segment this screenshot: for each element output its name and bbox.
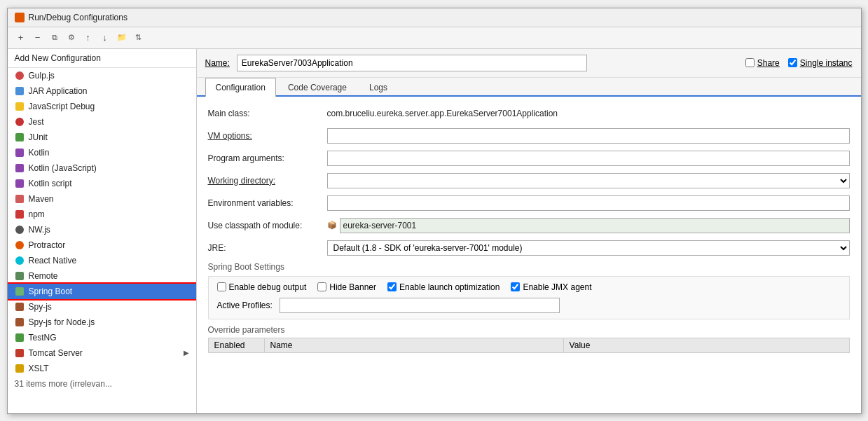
single-instance-checkbox[interactable] — [788, 58, 797, 67]
env-vars-row: Environment variables: — [208, 195, 850, 212]
tabs-bar: Configuration Code Coverage Logs — [197, 78, 861, 97]
jest-icon — [15, 117, 25, 127]
tomcat-icon — [15, 348, 25, 358]
tab-logs[interactable]: Logs — [359, 78, 398, 97]
sidebar-item-spy-js[interactable]: Spy-js — [8, 299, 196, 315]
share-checkbox-label[interactable]: Share — [745, 58, 780, 68]
sidebar-item-testng[interactable]: TestNG — [8, 330, 196, 345]
working-dir-select[interactable] — [327, 173, 850, 188]
env-vars-input[interactable] — [327, 195, 850, 211]
more-items[interactable]: 31 items more (irrelevan... — [8, 376, 196, 392]
launch-opt-checkbox[interactable] — [387, 282, 397, 291]
sort-button[interactable]: ⇅ — [131, 30, 146, 46]
override-params-table: Enabled Name Value — [208, 338, 850, 353]
classpath-module-icon: 📦 — [327, 221, 337, 230]
active-profiles-input[interactable] — [280, 298, 560, 313]
debug-output-checkbox[interactable] — [217, 282, 226, 291]
single-instance-checkbox-label[interactable]: Single instanc — [788, 58, 853, 68]
jre-select[interactable]: Default (1.8 - SDK of 'eureka-server-700… — [327, 240, 850, 256]
share-section: Share Single instanc — [745, 58, 853, 68]
col-value: Value — [563, 338, 849, 352]
config-content: Main class: com.bruceliu.eureka.server.a… — [197, 97, 861, 413]
sidebar-item-kotlin-js[interactable]: Kotlin (JavaScript) — [8, 160, 196, 176]
col-name: Name — [264, 338, 563, 352]
sidebar: Add New Configuration Gulp.js JAR Applic… — [8, 49, 197, 413]
add-button[interactable]: + — [13, 30, 29, 46]
tab-code-coverage[interactable]: Code Coverage — [277, 78, 357, 97]
sidebar-item-remote[interactable]: Remote — [8, 268, 196, 284]
remove-button[interactable]: − — [30, 30, 46, 46]
share-checkbox[interactable] — [745, 58, 755, 67]
program-args-input[interactable] — [327, 151, 850, 166]
sidebar-item-react-native[interactable]: React Native — [8, 253, 196, 268]
vm-options-label: VM options: — [208, 131, 327, 141]
env-vars-label: Environment variables: — [208, 198, 327, 208]
override-params-title: Override parameters — [208, 325, 850, 335]
launch-opt-label[interactable]: Enable launch optimization — [387, 282, 500, 292]
kotlin-js-icon — [15, 163, 25, 173]
name-input[interactable] — [237, 55, 587, 71]
tab-configuration[interactable]: Configuration — [205, 78, 276, 97]
nwjs-icon — [15, 225, 25, 235]
sidebar-item-protractor[interactable]: Protractor — [8, 237, 196, 253]
spring-settings-row: Enable debug output Hide Banner Enable l… — [217, 282, 841, 292]
move-up-button[interactable]: ↑ — [81, 30, 96, 46]
sidebar-item-nwjs[interactable]: NW.js — [8, 222, 196, 237]
testng-icon — [15, 333, 25, 343]
spring-boot-settings-box: Enable debug output Hide Banner Enable l… — [208, 276, 850, 319]
sidebar-item-kotlin-script[interactable]: Kotlin script — [8, 176, 196, 191]
hide-banner-label[interactable]: Hide Banner — [317, 282, 376, 292]
junit-icon — [15, 132, 25, 142]
spy-js-node-icon — [15, 317, 25, 327]
sidebar-item-spy-js-node[interactable]: Spy-js for Node.js — [8, 315, 196, 330]
name-bar: Name: Share Single instanc — [197, 49, 861, 78]
active-profiles-label: Active Profiles: — [217, 301, 273, 310]
tomcat-arrow-icon: ▶ — [184, 349, 189, 357]
main-body: Add New Configuration Gulp.js JAR Applic… — [8, 49, 861, 413]
jmx-agent-label[interactable]: Enable JMX agent — [511, 282, 591, 292]
jre-row: JRE: Default (1.8 - SDK of 'eureka-serve… — [208, 240, 850, 256]
folder-button[interactable]: 📁 — [114, 30, 130, 46]
sidebar-item-spring-boot[interactable]: Spring Boot — [8, 284, 196, 299]
classpath-row: Use classpath of module: 📦 eureka-server… — [208, 217, 850, 234]
vm-options-row: VM options: — [208, 127, 850, 144]
hide-banner-checkbox[interactable] — [317, 282, 326, 291]
main-class-row: Main class: com.bruceliu.eureka.server.a… — [208, 105, 850, 122]
sidebar-item-kotlin[interactable]: Kotlin — [8, 145, 196, 160]
move-down-button[interactable]: ↓ — [97, 30, 113, 46]
gulp-icon — [15, 71, 25, 81]
window-icon — [15, 13, 25, 22]
sidebar-item-js-debug[interactable]: JavaScript Debug — [8, 99, 196, 114]
classpath-label: Use classpath of module: — [208, 221, 327, 230]
protractor-icon — [15, 240, 25, 250]
sidebar-item-junit[interactable]: JUnit — [8, 130, 196, 145]
working-dir-label: Working directory: — [208, 176, 327, 186]
sidebar-item-tomcat[interactable]: Tomcat Server ▶ — [8, 345, 196, 361]
working-dir-row: Working directory: — [208, 172, 850, 189]
main-class-label: Main class: — [208, 109, 327, 118]
jre-label: JRE: — [208, 243, 327, 253]
vm-options-input[interactable] — [327, 128, 850, 144]
sidebar-item-xslt[interactable]: XSLT — [8, 361, 196, 376]
sidebar-item-npm[interactable]: npm — [8, 207, 196, 222]
react-native-icon — [15, 256, 25, 265]
jmx-agent-checkbox[interactable] — [511, 282, 520, 291]
sidebar-item-maven[interactable]: Maven — [8, 191, 196, 207]
debug-output-label[interactable]: Enable debug output — [217, 282, 307, 292]
settings-button[interactable]: ⚙ — [64, 30, 79, 46]
sidebar-item-jar[interactable]: JAR Application — [8, 83, 196, 99]
spy-js-icon — [15, 302, 25, 312]
remote-icon — [15, 271, 25, 281]
copy-button[interactable]: ⧉ — [47, 30, 62, 46]
col-enabled: Enabled — [208, 338, 264, 352]
active-profiles-row: Active Profiles: — [217, 298, 841, 313]
spring-boot-icon — [15, 287, 25, 296]
kotlin-icon — [15, 148, 25, 158]
sidebar-item-jest[interactable]: Jest — [8, 114, 196, 130]
kotlin-script-icon — [15, 179, 25, 188]
js-debug-icon — [15, 102, 25, 111]
title-bar: Run/Debug Configurations — [8, 8, 861, 27]
toolbar: + − ⧉ ⚙ ↑ ↓ 📁 ⇅ — [8, 27, 861, 49]
add-new-config-header[interactable]: Add New Configuration — [8, 49, 196, 68]
sidebar-item-gulp[interactable]: Gulp.js — [8, 68, 196, 83]
